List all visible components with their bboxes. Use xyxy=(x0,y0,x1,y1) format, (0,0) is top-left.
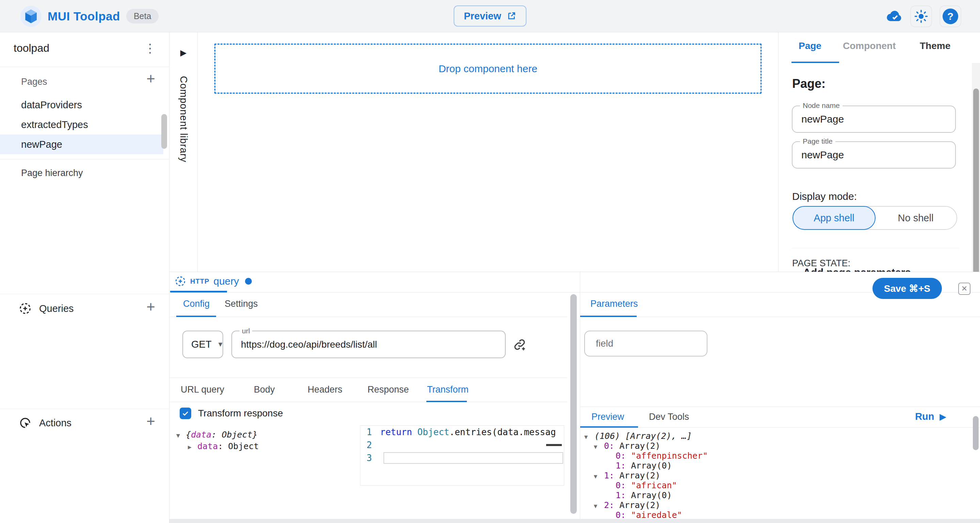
tab-preview[interactable]: Preview xyxy=(592,411,624,422)
app-title: MUI Toolpad xyxy=(48,10,120,23)
query-preview-panel: Parameters field Preview Dev Tools Run ▶ xyxy=(580,272,980,519)
query-tab[interactable]: HTTP query xyxy=(175,276,252,287)
url-input-value: https://dog.ceo/api/breeds/list/all xyxy=(241,339,377,350)
query-tab-label: query xyxy=(213,276,239,287)
dock-scrollbar-thumb[interactable] xyxy=(570,294,577,514)
tree-node-data[interactable]: ▶data: Object xyxy=(176,441,259,453)
expand-panel-icon[interactable]: ▶ xyxy=(180,48,186,57)
help-icon: ? xyxy=(943,8,958,24)
transform-code-editor[interactable]: 1 return Object.entries(data.messag 2 3 xyxy=(360,425,564,486)
query-config-panel: Config Settings GET ▼ url https://dog.ce… xyxy=(169,272,567,519)
dock-scrollbar[interactable] xyxy=(567,272,580,519)
unsaved-indicator-dot xyxy=(245,278,252,285)
display-mode-no-shell[interactable]: No shell xyxy=(875,207,956,229)
tab-response[interactable]: Response xyxy=(368,384,409,395)
json-row[interactable]: 0: "airedale" xyxy=(584,510,708,519)
tab-component[interactable]: Component xyxy=(843,40,896,51)
json-root-row[interactable]: ▼(106) [Array(2), …] xyxy=(584,431,708,441)
http-method-value: GET xyxy=(191,339,212,350)
active-subtab-indicator xyxy=(426,401,467,402)
preview-json-tree: ▼(106) [Array(2), …] ▼0: Array(2) 0: "af… xyxy=(584,431,708,519)
logo-group: MUI Toolpad Beta xyxy=(21,0,159,32)
actions-section-header: Actions xyxy=(19,416,72,429)
queries-icon xyxy=(19,302,32,315)
sidebar-item-dataproviders[interactable]: dataProviders xyxy=(0,95,163,115)
json-row[interactable]: ▼2: Array(2) xyxy=(584,500,708,510)
save-button[interactable]: Save ⌘+S xyxy=(872,278,942,299)
component-library-panel[interactable]: ▶ Component library xyxy=(169,32,198,272)
tab-url-query[interactable]: URL query xyxy=(181,384,224,395)
app-header: MUI Toolpad Beta Preview xyxy=(0,0,980,32)
add-query-button[interactable]: + xyxy=(143,299,159,315)
tab-page[interactable]: Page xyxy=(799,40,821,51)
page-item-label: extractedTypes xyxy=(21,119,88,131)
divider xyxy=(0,67,169,67)
divider xyxy=(0,159,169,159)
page-heading: Page: xyxy=(792,77,826,91)
header-icons: ? xyxy=(885,0,961,32)
tab-config[interactable]: Config xyxy=(183,299,210,309)
bind-url-icon[interactable] xyxy=(512,337,527,352)
json-row[interactable]: 0: "african" xyxy=(584,480,708,490)
add-action-button[interactable]: + xyxy=(143,413,159,429)
code-line-2: 2 xyxy=(360,438,564,451)
url-input[interactable]: url https://dog.ceo/api/breeds/list/all xyxy=(231,331,506,358)
tab-settings[interactable]: Settings xyxy=(224,299,258,309)
active-parameters-tab-indicator xyxy=(580,316,637,317)
add-page-button[interactable]: + xyxy=(143,70,159,87)
help-button[interactable]: ? xyxy=(940,5,961,27)
page-item-label: newPage xyxy=(21,139,62,150)
run-button[interactable]: Run ▶ xyxy=(915,411,946,422)
dropzone[interactable]: Drop component here xyxy=(215,43,762,94)
close-query-panel-icon[interactable]: ✕ xyxy=(958,282,970,295)
sidebar: toolpad ⋮ Pages + dataProviders extracte… xyxy=(0,32,169,523)
preview-button[interactable]: Preview xyxy=(453,5,527,27)
parameter-field-input[interactable]: field xyxy=(584,331,708,357)
tree-node-root[interactable]: ▼{data: Object} xyxy=(176,429,259,441)
tab-dev-tools[interactable]: Dev Tools xyxy=(649,411,689,422)
result-tabs: Preview Dev Tools Run ▶ xyxy=(580,407,980,428)
add-page-parameters-button[interactable]: Add page parameters xyxy=(803,266,911,272)
divider xyxy=(0,294,169,294)
inspector-scrollbar-thumb[interactable] xyxy=(973,89,979,272)
request-subtabs: URL query Body Headers Response Transfor… xyxy=(169,378,567,402)
transform-response-checkbox[interactable] xyxy=(180,408,191,419)
json-row[interactable]: 1: Array(0) xyxy=(584,461,708,470)
play-icon: ▶ xyxy=(940,412,946,421)
page-title-value: newPage xyxy=(801,149,844,161)
cloud-synced-icon xyxy=(885,10,903,23)
line-number: 2 xyxy=(360,440,380,450)
tab-transform[interactable]: Transform xyxy=(427,384,469,395)
page-title-label: Page title xyxy=(800,137,835,145)
tab-headers[interactable]: Headers xyxy=(308,384,342,395)
json-row[interactable]: ▼0: Array(2) xyxy=(584,441,708,451)
node-name-value: newPage xyxy=(801,113,844,125)
preview-scrollbar-thumb[interactable] xyxy=(973,416,978,450)
config-tabs: Config Settings xyxy=(169,292,567,317)
json-row[interactable]: ▼1: Array(2) xyxy=(584,470,708,480)
http-method-select[interactable]: GET ▼ xyxy=(182,331,223,358)
json-row[interactable]: 1: Array(0) xyxy=(584,490,708,500)
inspector-scrollbar[interactable] xyxy=(972,63,980,272)
tab-theme[interactable]: Theme xyxy=(920,40,950,51)
tab-parameters[interactable]: Parameters xyxy=(590,299,638,309)
sidebar-item-extractedtypes[interactable]: extractedTypes xyxy=(0,115,163,134)
page-title-field[interactable]: Page title newPage xyxy=(792,141,956,169)
active-query-tab-indicator xyxy=(170,291,227,292)
display-mode-app-shell[interactable]: App shell xyxy=(792,206,875,230)
node-name-label: Node name xyxy=(800,102,843,110)
queries-section-header: Queries xyxy=(19,302,74,315)
theme-toggle-button[interactable] xyxy=(910,5,932,27)
project-menu-icon[interactable]: ⋮ xyxy=(144,41,156,56)
node-name-field[interactable]: Node name newPage xyxy=(792,105,956,133)
bottom-strip xyxy=(169,519,980,523)
editor-cursor-line-box xyxy=(383,452,563,464)
tab-body[interactable]: Body xyxy=(254,384,275,395)
code-scroll-fragment xyxy=(546,444,562,446)
page-hierarchy-label: Page hierarchy xyxy=(21,168,83,179)
component-library-label: Component library xyxy=(178,76,189,163)
sidebar-item-newpage[interactable]: newPage xyxy=(0,134,163,154)
inspector-tabs: Page Component Theme xyxy=(778,32,980,63)
pages-scrollbar[interactable] xyxy=(161,114,167,149)
json-row[interactable]: 0: "affenpinscher" xyxy=(584,451,708,461)
